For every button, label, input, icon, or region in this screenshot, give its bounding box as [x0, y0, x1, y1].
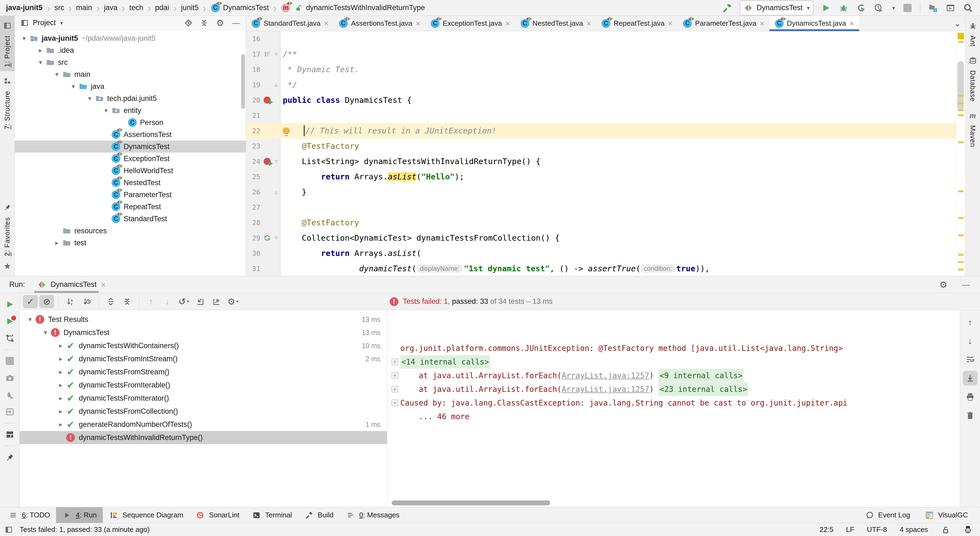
sidebar-tab-database[interactable]: Database [966, 51, 980, 105]
close-icon[interactable]: × [668, 19, 673, 28]
warning-stripe-mark[interactable] [958, 254, 964, 256]
tool-window-switcher-icon[interactable] [4, 524, 14, 536]
test-tree-row[interactable]: ▾!DynamicsTest13 ms [20, 326, 387, 339]
toggle-auto-test-icon[interactable] [0, 330, 19, 347]
project-tree-row[interactable]: resources [15, 225, 246, 237]
project-tree-row[interactable]: CDynamicsTest [15, 141, 246, 153]
console-fold-icon[interactable]: + [390, 372, 400, 379]
debug-icon[interactable] [838, 2, 848, 14]
warning-stripe-mark[interactable] [958, 217, 964, 219]
console-output[interactable]: org.junit.platform.commons.JUnitExceptio… [387, 310, 960, 507]
pin-icon[interactable] [0, 449, 19, 466]
toolwindow-button-event-log[interactable]: Event Log [859, 507, 916, 523]
warning-stripe-mark[interactable] [958, 269, 964, 270]
toolwindow-button-6-todo[interactable]: 6: TODO [2, 507, 56, 523]
fold-marker[interactable]: ▵ [272, 188, 280, 196]
breadcrumb-item[interactable]: java-junit5 [6, 3, 43, 12]
run-failed-gutter-icon[interactable] [262, 158, 272, 165]
fold-marker[interactable]: ▿ [272, 234, 280, 242]
rerun-failed-icon[interactable] [0, 313, 19, 330]
breadcrumb-method[interactable]: mdynamicTestsWithInvalidReturnType [281, 2, 425, 14]
project-tree-row[interactable]: ▾tech.pdai.junit5 [15, 92, 246, 105]
sidebar-tab-1-project[interactable]: 1: Project [0, 16, 14, 71]
test-tree-row[interactable]: ▸✔dynamicTestsWithContainers()10 ms [20, 339, 387, 352]
hide-icon[interactable]: — [961, 279, 971, 291]
close-icon[interactable]: × [415, 19, 420, 28]
toolwindow-button-visualgc[interactable]: VisualGC [918, 507, 974, 523]
console-fold-icon[interactable]: + [390, 358, 400, 365]
editor-tab[interactable]: CStandardTest.java× [246, 16, 334, 31]
chevron-right-icon[interactable]: ▸ [56, 394, 65, 402]
import-into-editor-icon[interactable] [0, 403, 19, 420]
import-tests-icon[interactable] [193, 295, 208, 308]
stop-icon[interactable] [903, 2, 912, 14]
intention-bulb-icon[interactable] [283, 127, 290, 134]
clear-icon[interactable] [963, 408, 978, 423]
gear-icon[interactable]: ⚙ [939, 279, 948, 291]
stacktrace-link[interactable]: ArrayList.java:1257 [562, 371, 649, 380]
lock-unlocked-icon[interactable] [940, 524, 950, 536]
run-config-selector[interactable]: DynamicsTest▾ [740, 0, 813, 16]
soft-wrap-icon[interactable] [963, 352, 978, 367]
sidebar-tab-ant[interactable]: Ant [966, 16, 980, 51]
editor-tab[interactable]: CNestedTest.java× [515, 16, 597, 31]
toolwindow-button-sonarlint[interactable]: SonarLint [189, 507, 245, 523]
collapse-all-icon[interactable] [120, 295, 135, 308]
sidebar-tab-maven[interactable]: mMaven [966, 105, 980, 151]
expand-all-icon[interactable] [103, 295, 118, 308]
toolwindow-button-build[interactable]: Build [298, 507, 340, 523]
toolwindow-button-0-messages[interactable]: 0: Messages [340, 507, 406, 523]
editor-tab[interactable]: CDynamicsTest.java× [770, 16, 859, 31]
warning-stripe-mark[interactable] [958, 190, 964, 192]
project-tree-row[interactable]: ▾src [15, 56, 246, 68]
run-tab[interactable]: DynamicsTest × [32, 276, 111, 293]
warning-stripe-mark[interactable] [958, 102, 964, 104]
breadcrumb-item[interactable]: tech [129, 3, 143, 12]
search-everywhere-icon[interactable] [963, 2, 973, 14]
project-tree-row[interactable]: ▾entity [15, 105, 246, 116]
stop-icon[interactable] [0, 353, 19, 369]
test-tree-row[interactable]: ▸✔dynamicTestsFromIterator() [20, 391, 387, 405]
close-icon[interactable]: × [760, 19, 765, 28]
sort-alpha-icon[interactable]: az [63, 295, 78, 308]
console-fold-icon[interactable]: + [390, 399, 400, 406]
warning-stripe-mark[interactable] [958, 41, 964, 43]
sidebar-tab-2-favorites[interactable]: 2: Favorites [0, 197, 14, 276]
locate-icon[interactable] [183, 17, 193, 29]
editor-tab[interactable]: CAssertionsTest.java× [334, 16, 425, 31]
export-icon[interactable] [209, 295, 224, 308]
chevron-down-icon[interactable]: ▾ [68, 83, 78, 90]
chevron-right-icon[interactable]: ▸ [56, 381, 65, 389]
hammer-icon[interactable] [722, 2, 732, 14]
chevron-down-icon[interactable]: ▾ [19, 35, 29, 42]
print-icon[interactable] [963, 390, 978, 404]
line-separator[interactable]: LF [846, 525, 854, 534]
toolwindow-button-terminal[interactable]: Terminal [245, 507, 298, 523]
project-tree-row[interactable]: ▾java-junit5~/pdai/www/java-junit5 [15, 32, 246, 44]
run-anything-icon[interactable] [945, 2, 955, 14]
close-icon[interactable]: × [587, 19, 592, 28]
up-arrow-icon[interactable]: ↑ [963, 315, 978, 330]
breadcrumb-item[interactable]: java [104, 3, 118, 12]
warning-stripe-mark[interactable] [958, 110, 964, 111]
test-tree-row[interactable]: ▸✔dynamicTestsFromStream() [20, 365, 387, 379]
sort-duration-icon[interactable] [80, 295, 94, 308]
project-tree-row[interactable]: CRepeatTest [15, 201, 246, 213]
project-tree-row[interactable]: CStandardTest [15, 213, 246, 225]
run-icon[interactable] [821, 2, 831, 14]
test-tree-row[interactable]: ▸✔generateRandomNumberOfTests()1 ms [20, 418, 387, 431]
editor-tab[interactable]: CExceptionTest.java× [425, 16, 515, 31]
editor-tab[interactable]: CParameterTest.java× [678, 16, 770, 31]
hide-icon[interactable]: — [231, 17, 241, 29]
code-area[interactable]: 1617▿/**18 * Dynamic Test.19▵ */20public… [246, 31, 965, 276]
chevron-down-icon[interactable]: ▾ [35, 59, 45, 66]
inspection-profile-icon[interactable] [963, 524, 973, 536]
chevron-down-icon[interactable]: ▾ [40, 329, 50, 336]
project-tree-row[interactable]: ▸.idea [15, 44, 246, 56]
warning-stripe-mark[interactable] [958, 142, 964, 143]
collapse-all-icon[interactable] [199, 17, 209, 29]
gutter-icon[interactable] [262, 51, 272, 58]
test-tree-row[interactable]: ▸✔dynamicTestsFromCollection() [20, 405, 387, 418]
editor-error-stripe[interactable] [956, 31, 965, 276]
chevron-down-icon[interactable]: ▾ [85, 95, 95, 102]
